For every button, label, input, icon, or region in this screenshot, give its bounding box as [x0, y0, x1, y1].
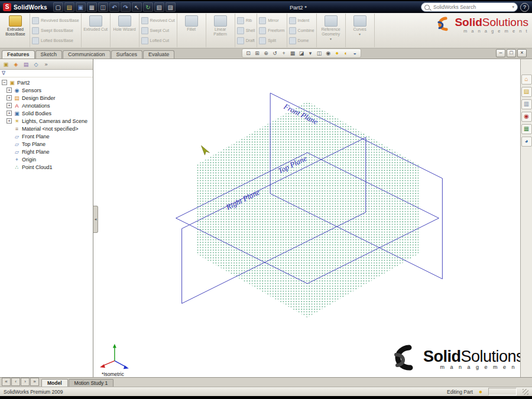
- graphics-area[interactable]: Front Plane Top Plane Right Plane *Isome…: [93, 59, 520, 377]
- view-orientation-icon[interactable]: ▾: [306, 50, 314, 56]
- tree-item[interactable]: + ▤ Design Binder: [2, 94, 93, 102]
- tree-item-part-root[interactable]: − ▣ Part2: [2, 79, 93, 86]
- file-explorer-icon[interactable]: ▥: [521, 99, 532, 109]
- ribbon-large-button[interactable]: Fillet: [179, 14, 204, 47]
- ribbon-large-button[interactable]: Linear Pattern: [208, 14, 233, 47]
- ribbon-small-button[interactable]: Split: [259, 37, 284, 44]
- ribbon-small-button[interactable]: Lofted Boss/Base: [32, 37, 79, 44]
- expand-toggle[interactable]: −: [2, 80, 7, 85]
- redo-icon[interactable]: ↷: [121, 2, 131, 12]
- close-window-button[interactable]: ×: [517, 49, 527, 57]
- expand-toggle[interactable]: +: [7, 111, 12, 116]
- tree-item[interactable]: ▱ Right Plane: [2, 148, 93, 155]
- study-tab[interactable]: Model: [41, 379, 68, 387]
- ribbon-small-button[interactable]: Freeform: [259, 27, 284, 34]
- ribbon-large-button[interactable]: Extruded Cut: [83, 14, 108, 47]
- ribbon-large-button[interactable]: Curves ▾: [348, 14, 372, 47]
- propertymanager-tab-icon[interactable]: ◈: [12, 61, 20, 68]
- ribbon-small-button[interactable]: Rib: [237, 17, 255, 24]
- pan-icon[interactable]: +: [280, 50, 288, 56]
- scroll-left-icon[interactable]: ‹: [11, 378, 20, 386]
- scroll-right-icon[interactable]: ›: [21, 378, 30, 386]
- tree-item[interactable]: ∴ Point Cloud1: [2, 163, 93, 171]
- filter-icon[interactable]: ∇: [2, 70, 5, 76]
- zoom-area-icon[interactable]: ⊞: [253, 50, 261, 56]
- appearances-icon[interactable]: ◕: [521, 137, 532, 147]
- ribbon-small-button[interactable]: Draft: [237, 37, 255, 44]
- rotate-view-icon[interactable]: ↺: [271, 50, 279, 56]
- ribbon-small-button[interactable]: Combine: [289, 27, 314, 34]
- resize-grip[interactable]: [523, 389, 528, 395]
- panel-splitter[interactable]: ◂: [93, 206, 98, 233]
- undo-icon[interactable]: ↶: [109, 2, 119, 12]
- ribbon-large-button[interactable]: Hole Wizard: [112, 14, 137, 47]
- apply-scene-icon[interactable]: ◐: [342, 50, 350, 56]
- search-input[interactable]: [432, 4, 510, 11]
- commandmanager-tab[interactable]: Features: [2, 50, 35, 59]
- view-settings-icon[interactable]: ◒: [351, 50, 359, 56]
- new-file-icon[interactable]: ▢: [53, 2, 63, 12]
- tree-item[interactable]: + ◉ Sensors: [2, 86, 93, 94]
- help-icon[interactable]: ?: [520, 3, 529, 12]
- ribbon-small-button[interactable]: Revolved Cut: [141, 17, 175, 24]
- solidworks-search-box[interactable]: ▾: [421, 2, 518, 12]
- edit-appearance-icon[interactable]: ●: [333, 50, 341, 56]
- commandmanager-tab[interactable]: Evaluate: [143, 50, 174, 59]
- ribbon-small-button[interactable]: Lofted Cut: [141, 37, 175, 44]
- scroll-last-icon[interactable]: »: [30, 378, 39, 386]
- ribbon-small-button[interactable]: Swept Boss/Base: [32, 27, 79, 34]
- commandmanager-tab[interactable]: Surfaces: [111, 50, 143, 59]
- ribbon-small-button[interactable]: Indent: [289, 17, 314, 24]
- expand-toggle[interactable]: +: [7, 87, 12, 93]
- ribbon-small-button[interactable]: Mirror: [259, 17, 284, 24]
- view-palette-icon[interactable]: ▦: [521, 124, 532, 134]
- tree-item[interactable]: + ▣ Solid Bodies: [2, 109, 93, 117]
- file-properties-icon[interactable]: ▧: [154, 2, 164, 12]
- configurationmanager-tab-icon[interactable]: ▤: [22, 61, 30, 68]
- search-dropdown-icon[interactable]: ▾: [512, 5, 514, 9]
- select-icon[interactable]: ↖: [132, 2, 142, 12]
- display-pane-toggle-icon[interactable]: »: [42, 61, 50, 68]
- solidworks-resources-icon[interactable]: ⌂: [521, 74, 532, 85]
- tree-item[interactable]: + ☀ Lights, Cameras and Scene: [2, 117, 93, 125]
- tree-item[interactable]: + A Annotations: [2, 102, 93, 109]
- section-view-icon[interactable]: ◪: [297, 50, 306, 56]
- tree-item[interactable]: + Origin: [2, 155, 93, 163]
- restore-window-button[interactable]: □: [507, 49, 516, 57]
- graphics-canvas[interactable]: Front Plane Top Plane Right Plane *Isome…: [93, 59, 520, 377]
- commandmanager-tab[interactable]: Communication: [63, 50, 111, 59]
- study-tab[interactable]: Motion Study 1: [69, 379, 114, 387]
- ribbon-small-button[interactable]: Shell: [237, 27, 255, 34]
- ribbon-small-button[interactable]: Revolved Boss/Base: [32, 17, 79, 24]
- display-style-icon[interactable]: ◫: [315, 50, 323, 56]
- app-name[interactable]: SolidWorks: [14, 4, 47, 11]
- ribbon-small-button[interactable]: Swept Cut: [141, 27, 175, 34]
- save-icon[interactable]: ▣: [76, 2, 86, 12]
- tree-item[interactable]: ▱ Front Plane: [2, 132, 93, 140]
- commandmanager-tab[interactable]: Sketch: [35, 50, 63, 59]
- tree-item[interactable]: ▱ Top Plane: [2, 140, 93, 148]
- expand-toggle[interactable]: +: [7, 118, 12, 124]
- scroll-first-icon[interactable]: «: [2, 378, 11, 386]
- featuremanager-tab-icon[interactable]: ▣: [2, 61, 10, 68]
- print-preview-icon[interactable]: ◫: [98, 2, 108, 12]
- dimxpert-tab-icon[interactable]: ◇: [32, 61, 40, 68]
- search-pane-icon[interactable]: ◉: [521, 112, 532, 122]
- design-library-icon[interactable]: ▤: [521, 87, 532, 97]
- expand-toggle[interactable]: +: [7, 95, 12, 100]
- rebuild-icon[interactable]: ↻: [143, 2, 153, 12]
- minimize-window-button[interactable]: –: [496, 49, 505, 57]
- open-file-icon[interactable]: ▤: [64, 2, 74, 12]
- standard-views-icon[interactable]: ▦: [288, 50, 297, 56]
- solidworks-logo-icon[interactable]: S: [3, 3, 11, 11]
- print-icon[interactable]: ▦: [87, 2, 97, 12]
- ribbon-large-button[interactable]: Reference Geometry ▾: [319, 14, 343, 47]
- options-icon[interactable]: ▨: [166, 2, 176, 12]
- hide-show-items-icon[interactable]: ◉: [324, 50, 332, 56]
- ribbon-small-button[interactable]: Dome: [289, 37, 314, 44]
- ribbon-large-button[interactable]: Extruded Boss/Base: [3, 14, 28, 47]
- tree-item[interactable]: ≡ Material <not specified>: [2, 125, 93, 132]
- quick-tips-icon[interactable]: ●: [479, 389, 482, 395]
- expand-toggle[interactable]: +: [7, 103, 12, 108]
- zoom-fit-icon[interactable]: ⊡: [244, 50, 252, 56]
